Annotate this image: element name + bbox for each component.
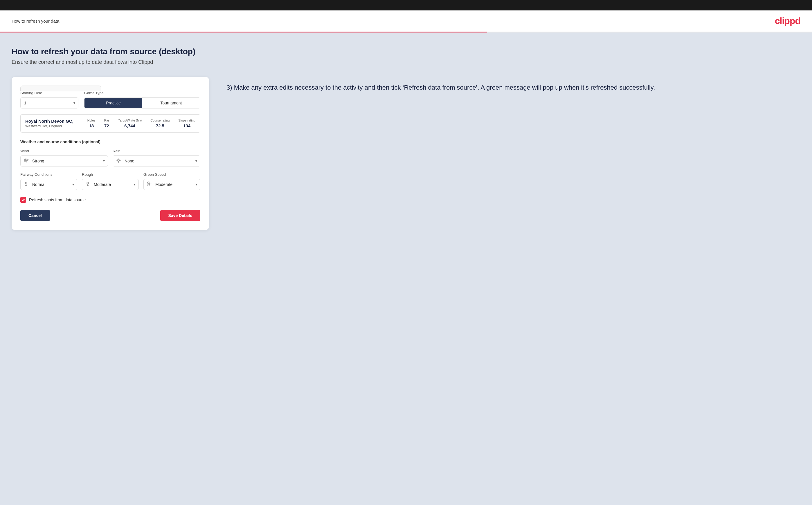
slope-rating-stat: Slope rating 134: [178, 119, 195, 128]
fairway-group: Fairway Conditions Normal Firm Soft ▾: [20, 172, 77, 190]
starting-hole-select-wrapper: 1 10 ▾: [20, 98, 79, 109]
svg-point-10: [26, 185, 27, 186]
content-area: Starting Hole 1 10 ▾ Game Type Practice …: [12, 77, 800, 230]
practice-button[interactable]: Practice: [85, 98, 142, 108]
green-speed-icon: [144, 181, 154, 188]
green-speed-label: Green Speed: [143, 172, 200, 177]
slope-rating-value: 134: [178, 123, 195, 128]
svg-point-0: [117, 159, 119, 162]
course-location: Westward Ho!, England: [25, 124, 73, 128]
rough-label: Rough: [82, 172, 139, 177]
rain-select[interactable]: None Light Heavy: [123, 156, 200, 166]
main-content: How to refresh your data from source (de…: [0, 33, 812, 505]
starting-hole-select[interactable]: 1 10: [20, 98, 78, 108]
wind-select[interactable]: Strong Light Moderate None: [31, 156, 108, 166]
page-heading: How to refresh your data from source (de…: [12, 47, 800, 56]
game-type-group: Game Type Practice Tournament: [84, 91, 200, 109]
rough-select-wrapper: Moderate Light Heavy ▾: [82, 179, 139, 190]
yards-label: Yards/White (M)): [118, 119, 142, 122]
tournament-button[interactable]: Tournament: [142, 98, 200, 108]
course-rating-label: Course rating: [150, 119, 169, 122]
rain-select-wrapper: None Light Heavy ▾: [113, 156, 200, 167]
refresh-checkbox[interactable]: [20, 197, 26, 203]
svg-point-12: [87, 185, 88, 186]
top-bar: [0, 0, 812, 10]
fairway-select-wrapper: Normal Firm Soft ▾: [20, 179, 77, 190]
refresh-label: Refresh shots from data source: [29, 198, 86, 202]
footer: Copyright Clippd 2022: [0, 505, 812, 507]
course-rating-stat: Course rating 72.5: [150, 119, 169, 128]
slope-rating-label: Slope rating: [178, 119, 195, 122]
fairway-label: Fairway Conditions: [20, 172, 77, 177]
yards-stat: Yards/White (M)) 6,744: [118, 119, 142, 128]
partial-card: [20, 86, 101, 91]
svg-line-3: [117, 159, 117, 159]
svg-point-11: [87, 182, 89, 184]
cancel-button[interactable]: Cancel: [20, 210, 50, 221]
course-stats: Holes 18 Par 72 Yards/White (M)) 6,744: [87, 119, 195, 128]
svg-line-7: [117, 162, 117, 162]
button-row: Cancel Save Details: [20, 210, 200, 221]
holes-label: Holes: [87, 119, 96, 122]
conditions-section-title: Weather and course conditions (optional): [20, 139, 200, 144]
starting-hole-group: Starting Hole 1 10 ▾: [20, 91, 79, 109]
course-row: Royal North Devon GC, Westward Ho!, Engl…: [20, 114, 200, 132]
green-speed-group: Green Speed Moderate Slow Fast ▾: [143, 172, 200, 190]
par-value: 72: [104, 123, 109, 128]
game-type-buttons: Practice Tournament: [84, 98, 200, 109]
conditions-grid-top: Wind Strong Light Moderate None ▾: [20, 149, 200, 167]
svg-line-8: [120, 159, 120, 159]
par-stat: Par 72: [104, 119, 109, 128]
logo: clippd: [775, 16, 800, 26]
wind-group: Wind Strong Light Moderate None ▾: [20, 149, 108, 167]
rough-group: Rough Moderate Light Heavy ▾: [82, 172, 139, 190]
page-subheading: Ensure the correct and most up to date d…: [12, 59, 800, 65]
green-speed-select-wrapper: Moderate Slow Fast ▾: [143, 179, 200, 190]
par-label: Par: [104, 119, 109, 122]
header-title: How to refresh your data: [12, 18, 59, 23]
rain-icon: [113, 158, 123, 164]
game-type-label: Game Type: [84, 91, 200, 95]
conditions-grid-bottom: Fairway Conditions Normal Firm Soft ▾: [20, 172, 200, 190]
rough-select[interactable]: Moderate Light Heavy: [93, 179, 139, 190]
sidebar-text: 3) Make any extra edits necessary to the…: [226, 77, 800, 92]
svg-point-9: [25, 182, 27, 184]
fairway-icon: [20, 181, 31, 188]
starting-hole-label: Starting Hole: [20, 91, 79, 95]
course-name-area: Royal North Devon GC, Westward Ho!, Engl…: [25, 119, 73, 128]
wind-icon: [20, 158, 31, 164]
wind-select-wrapper: Strong Light Moderate None ▾: [20, 156, 108, 167]
course-name: Royal North Devon GC,: [25, 119, 73, 123]
holes-stat: Holes 18: [87, 119, 96, 128]
holes-value: 18: [87, 123, 96, 128]
svg-line-4: [120, 162, 120, 162]
header: How to refresh your data clippd: [0, 10, 812, 33]
svg-point-13: [149, 183, 150, 185]
rain-group: Rain None Light Heavy ▾: [113, 149, 200, 167]
rain-label: Rain: [113, 149, 200, 153]
course-rating-value: 72.5: [150, 123, 169, 128]
wind-label: Wind: [20, 149, 108, 153]
form-panel: Starting Hole 1 10 ▾ Game Type Practice …: [12, 77, 209, 230]
refresh-checkbox-row: Refresh shots from data source: [20, 197, 200, 203]
course-info: Royal North Devon GC, Westward Ho!, Engl…: [25, 119, 195, 128]
green-speed-select[interactable]: Moderate Slow Fast: [154, 179, 200, 190]
save-button[interactable]: Save Details: [160, 210, 201, 221]
yards-value: 6,744: [118, 123, 142, 128]
sidebar-description: 3) Make any extra edits necessary to the…: [226, 83, 800, 92]
fairway-select[interactable]: Normal Firm Soft: [31, 179, 77, 190]
rough-icon: [82, 181, 93, 188]
